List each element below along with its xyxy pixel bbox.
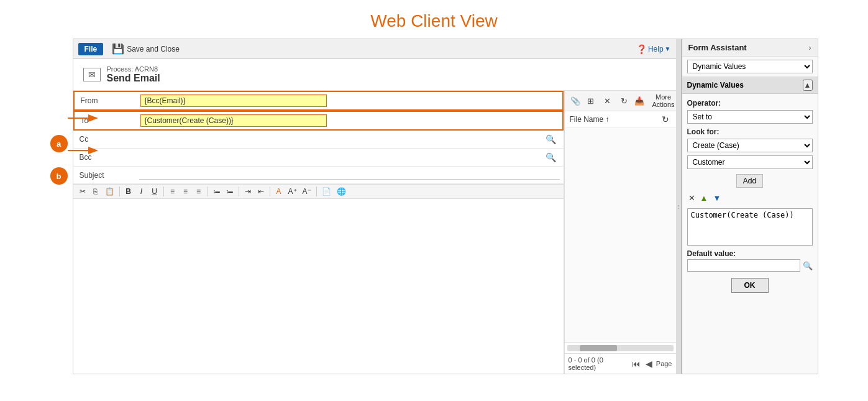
help-button[interactable]: ❓ Help ▼ (636, 44, 671, 54)
rte-align-center[interactable]: ≡ (180, 187, 191, 196)
subject-input[interactable] (139, 170, 560, 180)
fa-dropdown1[interactable]: Dynamic Values (687, 60, 813, 73)
bcc-label: Bcc (73, 150, 135, 165)
fa-section-title: Dynamic Values (687, 81, 744, 90)
fa-body: Operator: Set to Look for: Create (Case)… (682, 94, 818, 374)
subject-field-row: Subject (73, 167, 564, 184)
rte-list-unordered[interactable]: ≔ (224, 187, 235, 196)
attachment-list (565, 128, 676, 342)
att-grid-btn[interactable]: ⊞ (585, 96, 596, 106)
fa-default-row: Default value: 🔍 (687, 249, 813, 272)
content-area: File 💾 Save and Close ❓ Help ▼ ✉ P (73, 39, 676, 374)
bcc-lookup-icon[interactable]: 🔍 (542, 151, 560, 164)
send-email-label: Send Email (107, 73, 160, 84)
rte-sep3 (208, 187, 208, 196)
file-button[interactable]: File (78, 43, 104, 55)
fa-operator-select[interactable]: Set to (687, 110, 813, 124)
fa-remove-btn[interactable]: ✕ (687, 193, 697, 203)
attachment-panel: 📎 ⊞ ✕ ↻ 📥 More Actions ▼ (564, 91, 676, 374)
fa-lookfor-row: Look for: Create (Case) Customer (687, 127, 813, 169)
form-header: ✉ Process: ACRN8 Send Email (73, 59, 676, 91)
panel-divider[interactable]: ⋮ (676, 39, 681, 374)
page-first-btn[interactable]: ⏮ (631, 359, 642, 369)
cc-input[interactable] (139, 135, 542, 144)
form-assistant-panel: Form Assistant › Dynamic Values Dynamic … (681, 39, 818, 374)
fa-operator-row: Operator: Set to (687, 99, 813, 124)
rte-align-right[interactable]: ≡ (193, 187, 204, 196)
bcc-input-wrapper: 🔍 (135, 149, 564, 166)
rte-insert-link[interactable]: 🌐 (335, 187, 348, 196)
rte-italic[interactable]: I (136, 187, 147, 196)
fa-collapse-btn[interactable]: ▲ (803, 80, 813, 91)
ok-button[interactable]: OK (731, 278, 769, 293)
add-button[interactable]: Add (736, 174, 763, 188)
rte-sep6 (316, 187, 317, 196)
rte-align-left[interactable]: ≡ (167, 187, 178, 196)
attachment-pagination: 0 - 0 of 0 (0 selected) ⏮ ◀ Page (565, 353, 676, 374)
from-field-row: From {Bcc(Email)} (73, 91, 564, 111)
save-close-button[interactable]: 💾 Save and Close (108, 42, 183, 56)
subject-input-wrapper (135, 168, 564, 182)
fa-chevron[interactable]: › (809, 44, 811, 52)
fa-lookfor-label: Look for: (687, 127, 813, 136)
att-download-btn[interactable]: 📥 (633, 96, 646, 106)
cc-label: Cc (73, 132, 135, 147)
rte-paste[interactable]: 📋 (103, 187, 116, 196)
subject-label: Subject (73, 168, 135, 183)
rte-indent[interactable]: ⇥ (242, 187, 254, 196)
rte-underline[interactable]: U (149, 187, 160, 196)
from-value: {Bcc(Email)} (137, 92, 562, 109)
help-dropdown-icon: ▼ (665, 45, 671, 52)
rte-toolbar: ✂ ⎘ 📋 B I U ≡ ≡ ≡ ≔ (73, 184, 564, 199)
to-field-row: To {Customer(Create (Case))} (73, 111, 564, 131)
rte-font-color[interactable]: A (273, 187, 285, 196)
from-label: From (75, 93, 137, 108)
rte-cut[interactable]: ✂ (77, 187, 88, 196)
fa-default-label: Default value: (687, 249, 813, 258)
fa-default-input[interactable] (687, 259, 800, 272)
rte-sep1 (119, 187, 120, 196)
fa-section-header: Dynamic Values ▲ (682, 77, 818, 94)
main-container: File 💾 Save and Close ❓ Help ▼ ✉ P (73, 39, 818, 374)
save-icon: 💾 (112, 43, 124, 55)
fa-mini-toolbar: ✕ ▲ ▼ (687, 193, 813, 203)
fa-title: Form Assistant (688, 43, 747, 52)
file-name-header: File Name ↑ ↻ (565, 111, 676, 128)
page-title: Web Client View (0, 0, 868, 39)
rte-font-size-up[interactable]: A⁺ (286, 187, 299, 196)
page-prev-btn[interactable]: ◀ (644, 359, 654, 369)
fa-move-down-btn[interactable]: ▼ (711, 193, 722, 203)
top-toolbar: File 💾 Save and Close ❓ Help ▼ (73, 39, 676, 59)
form-left: From {Bcc(Email)} To {Customer(Create (C… (73, 91, 564, 374)
email-body-area[interactable] (73, 199, 564, 374)
rte-list-ordered[interactable]: ≔ (211, 187, 222, 196)
to-label: To (75, 113, 137, 128)
fa-value-box[interactable]: Customer(Create (Case)) (687, 208, 813, 246)
rte-bold[interactable]: B (123, 187, 134, 196)
fa-header: Form Assistant › (682, 39, 818, 57)
help-icon: ❓ (636, 44, 647, 54)
fa-dropdown-row1: Dynamic Values (682, 57, 818, 77)
rte-insert-document[interactable]: 📄 (320, 187, 333, 196)
email-icon: ✉ (83, 68, 101, 81)
rte-copy[interactable]: ⎘ (90, 187, 101, 196)
annotation-b: b (50, 167, 68, 185)
rte-outdent[interactable]: ⇤ (255, 187, 267, 196)
fa-default-lookup-icon[interactable]: 🔍 (803, 261, 813, 270)
cc-lookup-icon[interactable]: 🔍 (542, 133, 560, 145)
att-refresh1-btn[interactable]: ↻ (619, 96, 629, 106)
att-add-btn[interactable]: 📎 (569, 96, 582, 106)
process-label: Process: ACRN8 (107, 65, 160, 73)
fa-lookfor-select2[interactable]: Customer (687, 155, 813, 169)
fa-lookfor-select1[interactable]: Create (Case) (687, 139, 813, 152)
cc-input-wrapper: 🔍 (135, 131, 564, 148)
rte-sep2 (163, 187, 164, 196)
att-delete-btn[interactable]: ✕ (602, 96, 613, 106)
fa-move-up-btn[interactable]: ▲ (699, 193, 710, 203)
rte-font-size-down[interactable]: A⁻ (301, 187, 313, 196)
attachment-toolbar: 📎 ⊞ ✕ ↻ 📥 More Actions ▼ (565, 91, 676, 111)
annotation-a: a (50, 135, 68, 152)
bcc-input[interactable] (139, 153, 542, 162)
att-refresh2-btn[interactable]: ↻ (660, 114, 671, 125)
cc-field-row: Cc 🔍 (73, 131, 564, 149)
